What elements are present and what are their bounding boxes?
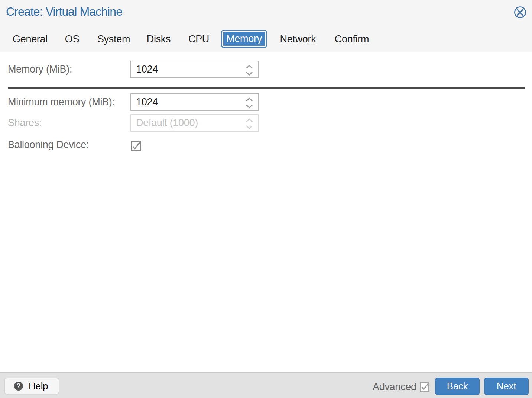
svg-text:?: ? <box>16 382 20 390</box>
